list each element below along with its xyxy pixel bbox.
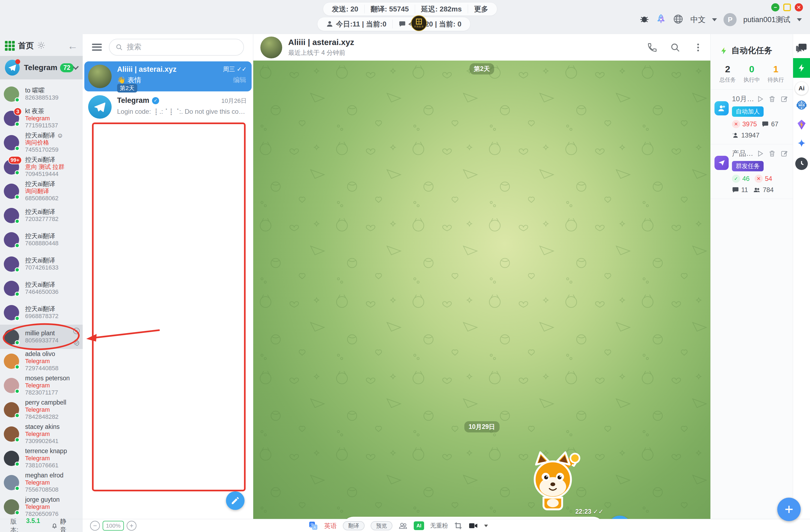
sparkle-icon[interactable] <box>796 138 807 150</box>
chat-item-selected[interactable]: Aliiii | asterai.xyz 周三 ✓✓ 👋 表情 编辑 第2天 <box>84 61 252 92</box>
fox-sticker[interactable] <box>525 448 583 512</box>
add-task-button[interactable] <box>777 498 801 521</box>
ai-toggle-badge[interactable]: AI <box>414 521 424 530</box>
account-list-item[interactable]: terrence knapp Telegram 7381076661 <box>0 446 83 470</box>
zoom-out-button[interactable]: − <box>90 521 100 531</box>
account-list-item[interactable]: jorge guyton Telegram 7820650976 <box>0 495 83 519</box>
online-dot <box>15 389 20 394</box>
user-caret-icon[interactable] <box>797 18 802 21</box>
account-list-item[interactable]: perry campbell Telegram 7842848282 <box>0 398 83 422</box>
close-button[interactable]: ✕ <box>795 3 803 12</box>
chat-title: Aliiii | asterai.xyz <box>288 38 354 47</box>
account-subtitle: Telegram <box>25 431 60 437</box>
record-options-caret-icon[interactable] <box>484 525 488 527</box>
mute-toggle[interactable]: 静音 <box>51 517 72 532</box>
close-account-icon[interactable] <box>73 327 80 334</box>
broadcast-avatar-icon <box>714 156 729 170</box>
top-bar: 发送: 20 翻译: 55745 延迟: 282ms 更多 今日:11 | 当前… <box>0 0 810 34</box>
chat-name: Aliiii | asterai.xyz <box>117 65 177 74</box>
search-box[interactable] <box>109 39 244 56</box>
online-dot <box>15 292 20 297</box>
language-selector[interactable]: 中文 <box>690 15 706 25</box>
account-list-item[interactable]: 99+ 控天ai翻译 意向 测试 拉群 7094519444 <box>0 155 83 179</box>
maximize-button[interactable] <box>783 3 791 11</box>
search-input[interactable] <box>127 43 238 51</box>
chat-header-avatar[interactable] <box>260 36 282 59</box>
preview-button[interactable]: 预览 <box>371 521 392 530</box>
account-texts: 控天ai翻译 7203277782 <box>25 208 59 222</box>
trash-icon[interactable] <box>768 95 776 103</box>
account-texts: 控天ai翻译 7608880448 <box>25 232 59 247</box>
more-button[interactable]: 更多 <box>468 5 494 13</box>
bug-icon[interactable] <box>639 14 649 25</box>
ai-rail-icon[interactable]: Ai <box>795 82 808 95</box>
account-name: terrence knapp <box>25 447 67 455</box>
edit-icon[interactable] <box>780 95 788 103</box>
account-list-item[interactable]: 控天ai翻译 7464650036 <box>0 276 83 300</box>
account-list-item[interactable]: moses peterson Telegram 7823071177 <box>0 373 83 398</box>
account-list-item[interactable]: 控天ai翻译 6968878372 <box>0 300 83 325</box>
task-item-auto-add[interactable]: 10月28日... 自动加人 ✕3975 67 13947 <box>711 90 793 144</box>
account-list-item[interactable]: meghan elrod Telegram 7556708508 <box>0 470 83 495</box>
account-subtitle: Telegram <box>25 455 67 462</box>
online-dot <box>15 462 20 467</box>
chat-edit-label[interactable]: 编辑 <box>233 76 246 84</box>
history-clock-icon[interactable] <box>795 157 808 170</box>
account-list-item[interactable]: stacey akins Telegram 7309902641 <box>0 422 83 446</box>
menu-hamburger-icon[interactable] <box>92 44 102 51</box>
kebab-menu-icon[interactable] <box>693 42 703 53</box>
online-dot <box>15 146 20 151</box>
account-list-item[interactable]: 控天ai翻译 7608880448 <box>0 228 83 252</box>
phone-icon[interactable] <box>647 42 658 53</box>
date-chip[interactable]: 10月29日 <box>464 421 499 432</box>
username[interactable]: putian001测试 <box>743 15 790 24</box>
account-list-item[interactable]: 控天ai翻译 7203277782 <box>0 203 83 228</box>
zoom-in-button[interactable]: + <box>127 521 136 531</box>
crop-icon[interactable] <box>454 522 462 530</box>
language-caret-icon[interactable] <box>712 18 717 21</box>
account-name: millie plant <box>25 330 59 337</box>
task-item-broadcast[interactable]: 产品介绍 群发任务 ✓46 ✕54 11 784 <box>711 144 793 199</box>
account-list-item[interactable]: 控天ai翻译 询问翻译 6850868062 <box>0 179 83 203</box>
search-chat-icon[interactable] <box>670 42 680 53</box>
apps-grid-icon[interactable] <box>5 41 15 51</box>
account-name: 控天ai翻译 <box>25 305 59 313</box>
translate-button[interactable]: 翻译 <box>343 521 364 530</box>
chat-item-telegram[interactable]: Telegram✓ 10月26日 Login code: ⢸ .:⠈⢸ ⠈:. … <box>84 93 252 121</box>
platform-group-header[interactable]: Telegram 72 <box>0 56 83 79</box>
account-list-item[interactable]: millie plant 8056933774 <box>0 325 83 349</box>
theme-sun-icon[interactable] <box>37 41 45 50</box>
minimize-button[interactable]: − <box>771 3 779 12</box>
account-list-item[interactable]: 3 kt 夜茶 Telegram 7715911537 <box>0 106 83 130</box>
no-duplicate-label[interactable]: 无重粉 <box>430 522 448 530</box>
account-texts: millie plant 8056933774 <box>25 330 59 344</box>
web-rail-icon[interactable]: WEB <box>795 99 808 112</box>
user-avatar[interactable]: P <box>724 13 736 26</box>
screen-record-icon[interactable] <box>468 521 478 531</box>
rocket-icon[interactable] <box>656 14 666 26</box>
account-subtitle: Telegram <box>25 503 60 511</box>
account-avatar <box>4 184 19 199</box>
account-list-item[interactable]: 控天ai翻译 ☺ 询问价格 7455170259 <box>0 130 83 155</box>
account-texts: meghan elrod Telegram 7556708508 <box>25 472 64 493</box>
brand-avatar[interactable]: 天胜娱乐 <box>411 15 427 31</box>
account-list-item[interactable]: to 嚯嚯 8263885139 <box>0 82 83 106</box>
vip-diamond-icon[interactable] <box>796 119 808 131</box>
automation-rail-icon-active[interactable] <box>793 58 810 78</box>
target-language-label[interactable]: 英语 <box>324 522 337 530</box>
trash-icon[interactable] <box>768 150 776 157</box>
play-icon[interactable] <box>756 95 764 103</box>
chats-rail-icon[interactable] <box>796 42 808 54</box>
account-id: 7297440858 <box>25 365 59 372</box>
edit-icon[interactable] <box>780 150 788 157</box>
account-list-item[interactable]: adela olivo Telegram 7297440858 <box>0 349 83 373</box>
compose-button[interactable] <box>226 491 244 510</box>
gear-icon[interactable] <box>73 339 80 346</box>
play-icon[interactable] <box>756 150 764 157</box>
chevron-down-icon[interactable] <box>72 64 79 70</box>
translate-icon[interactable]: 文A <box>308 521 318 531</box>
contacts-icon[interactable] <box>399 521 408 530</box>
collapse-back-icon[interactable]: ← <box>67 41 78 51</box>
home-label[interactable]: 首页 <box>18 40 34 51</box>
account-list-item[interactable]: 控天ai翻译 7074261633 <box>0 252 83 276</box>
